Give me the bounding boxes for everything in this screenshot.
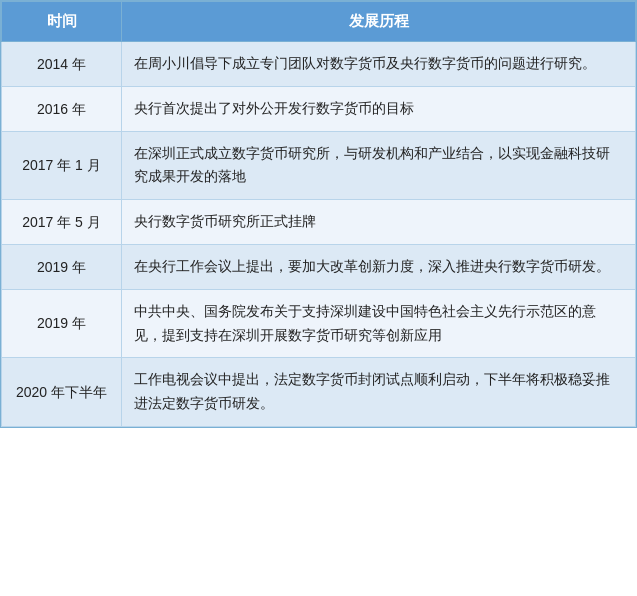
time-cell: 2017 年 1 月 xyxy=(2,131,122,200)
main-table: 时间 发展历程 2014 年在周小川倡导下成立专门团队对数字货币及央行数字货币的… xyxy=(0,0,637,428)
history-cell: 在央行工作会议上提出，要加大改革创新力度，深入推进央行数字货币研发。 xyxy=(122,244,636,289)
table-row: 2017 年 5 月央行数字货币研究所正式挂牌 xyxy=(2,200,636,245)
time-cell: 2019 年 xyxy=(2,244,122,289)
table-row: 2019 年中共中央、国务院发布关于支持深圳建设中国特色社会主义先行示范区的意见… xyxy=(2,289,636,358)
header-time: 时间 xyxy=(2,2,122,42)
table-row: 2016 年央行首次提出了对外公开发行数字货币的目标 xyxy=(2,86,636,131)
time-cell: 2017 年 5 月 xyxy=(2,200,122,245)
time-cell: 2020 年下半年 xyxy=(2,358,122,427)
time-cell: 2014 年 xyxy=(2,42,122,87)
history-cell: 央行数字货币研究所正式挂牌 xyxy=(122,200,636,245)
table-row: 2014 年在周小川倡导下成立专门团队对数字货币及央行数字货币的问题进行研究。 xyxy=(2,42,636,87)
history-cell: 工作电视会议中提出，法定数字货币封闭试点顺利启动，下半年将积极稳妥推进法定数字货… xyxy=(122,358,636,427)
header-history: 发展历程 xyxy=(122,2,636,42)
time-cell: 2016 年 xyxy=(2,86,122,131)
time-cell: 2019 年 xyxy=(2,289,122,358)
history-cell: 央行首次提出了对外公开发行数字货币的目标 xyxy=(122,86,636,131)
history-cell: 在深圳正式成立数字货币研究所，与研发机构和产业结合，以实现金融科技研究成果开发的… xyxy=(122,131,636,200)
history-cell: 在周小川倡导下成立专门团队对数字货币及央行数字货币的问题进行研究。 xyxy=(122,42,636,87)
table-row: 2019 年在央行工作会议上提出，要加大改革创新力度，深入推进央行数字货币研发。 xyxy=(2,244,636,289)
table-row: 2020 年下半年工作电视会议中提出，法定数字货币封闭试点顺利启动，下半年将积极… xyxy=(2,358,636,427)
table-row: 2017 年 1 月在深圳正式成立数字货币研究所，与研发机构和产业结合，以实现金… xyxy=(2,131,636,200)
history-cell: 中共中央、国务院发布关于支持深圳建设中国特色社会主义先行示范区的意见，提到支持在… xyxy=(122,289,636,358)
